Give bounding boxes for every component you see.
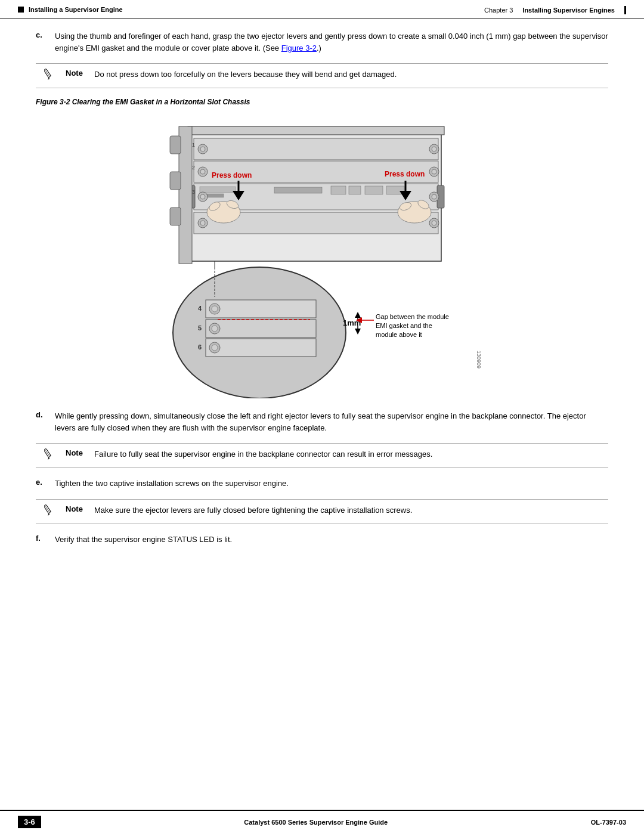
svg-marker-65 (355, 312, 361, 318)
step-d-text: While gently pressing down, simultaneous… (55, 410, 608, 433)
figure-svg: 1 2 (155, 112, 489, 398)
svg-point-55 (212, 326, 218, 332)
note-e: Note Make sure the ejector levers are fu… (36, 499, 608, 524)
svg-text:3: 3 (192, 189, 195, 195)
footer-center: Catalyst 6500 Series Supervisor Engine G… (244, 819, 388, 826)
step-f: f. Verify that the supervisor engine STA… (36, 534, 608, 546)
footer-center-text: Catalyst 6500 Series Supervisor Engine G… (244, 819, 388, 826)
svg-rect-53 (206, 320, 316, 337)
footer-right-text: OL-7397-03 (591, 819, 626, 826)
press-down-left-label: Press down (212, 171, 252, 179)
svg-text:EMI gasket and the: EMI gasket and the (376, 322, 432, 329)
note-e-label: Note (66, 504, 88, 513)
note-d-icon-area (36, 448, 60, 463)
chapter-label: Chapter 3 (484, 7, 513, 14)
pencil-icon (41, 69, 55, 83)
svg-rect-1 (188, 126, 444, 135)
svg-text:module above it: module above it (376, 331, 422, 338)
svg-rect-37 (170, 208, 181, 225)
svg-text:5: 5 (198, 324, 202, 332)
svg-text:6: 6 (198, 343, 202, 351)
svg-rect-15 (200, 187, 236, 193)
figure-caption-text: Figure 3-2 Clearing the EMI Gasket in a … (36, 98, 250, 106)
svg-point-60 (212, 345, 218, 351)
pencil-icon-e (41, 504, 55, 519)
svg-point-25 (200, 194, 205, 199)
header-right: Chapter 3 Installing Supervisor Engines (484, 6, 626, 14)
svg-text:4: 4 (198, 305, 202, 312)
step-e: e. Tighten the two captive installation … (36, 478, 608, 490)
pencil-icon-d (41, 448, 55, 463)
step-c-text-before: Using the thumb and forefinger of each h… (55, 32, 608, 52)
svg-text:130909: 130909 (476, 351, 482, 368)
note-c-icon-area (36, 69, 60, 83)
page-footer: 3-6 Catalyst 6500 Series Supervisor Engi… (0, 810, 644, 833)
note-d-label: Note (66, 448, 88, 457)
main-content: c. Using the thumb and forefinger of eac… (0, 18, 644, 566)
svg-marker-67 (355, 329, 361, 335)
svg-text:1: 1 (192, 142, 195, 148)
step-d: d. While gently pressing down, simultane… (36, 410, 608, 433)
svg-point-12 (432, 169, 436, 174)
figure-container: 1 2 (36, 112, 608, 398)
step-f-text: Verify that the supervisor engine STATUS… (55, 534, 608, 546)
svg-rect-58 (206, 339, 316, 357)
svg-point-31 (200, 221, 205, 225)
figure-illustration: 1 2 (155, 112, 489, 398)
svg-rect-2 (194, 138, 438, 160)
svg-rect-19 (349, 186, 361, 194)
svg-rect-35 (170, 136, 181, 154)
note-c: Note Do not press down too forcefully on… (36, 63, 608, 88)
note-d: Note Failure to fully seat the superviso… (36, 443, 608, 468)
header-section-title: Installing a Supervisor Engine (29, 6, 123, 13)
step-f-letter: f. (36, 534, 48, 543)
svg-point-33 (432, 221, 436, 225)
step-c: c. Using the thumb and forefinger of eac… (36, 30, 608, 54)
svg-rect-18 (331, 186, 346, 194)
header-chapter: Chapter 3 Installing Supervisor Engines (484, 6, 626, 14)
svg-point-27 (432, 194, 436, 199)
footer-left: 3-6 (18, 816, 41, 828)
note-e-text: Make sure the ejector levers are fully c… (94, 504, 608, 516)
svg-rect-17 (274, 187, 322, 193)
step-c-text: Using the thumb and forefinger of each h… (55, 30, 608, 54)
svg-rect-49 (206, 300, 316, 318)
step-c-text-after: .) (317, 44, 321, 52)
note-e-icon-area (36, 504, 60, 519)
page-number: 3-6 (18, 816, 41, 828)
svg-rect-20 (365, 186, 383, 194)
svg-point-6 (432, 147, 436, 151)
note-d-text: Failure to fully seat the supervisor eng… (94, 448, 608, 460)
svg-point-51 (212, 306, 218, 312)
note-c-label: Note (66, 69, 88, 78)
page-header: Installing a Supervisor Engine Chapter 3… (0, 0, 644, 18)
step-d-letter: d. (36, 410, 48, 419)
svg-text:2: 2 (192, 165, 195, 171)
svg-rect-36 (170, 172, 181, 190)
header-left: Installing a Supervisor Engine (18, 6, 123, 13)
svg-text:Gap between the module: Gap between the module (376, 313, 449, 320)
figure-caption: Figure 3-2 Clearing the EMI Gasket in a … (36, 98, 608, 106)
step-e-text: Tighten the two captive installation scr… (55, 478, 608, 490)
step-e-letter: e. (36, 478, 48, 487)
press-down-right-label: Press down (385, 170, 425, 178)
svg-point-4 (200, 147, 205, 151)
header-square-icon (18, 7, 24, 13)
svg-point-10 (200, 169, 205, 174)
note-c-text: Do not press down too forcefully on the … (94, 69, 608, 80)
header-divider (624, 6, 626, 14)
footer-right: OL-7397-03 (591, 819, 626, 826)
chapter-title: Installing Supervisor Engines (522, 7, 615, 14)
step-c-letter: c. (36, 30, 48, 39)
figure-3-2-link[interactable]: Figure 3-2 (281, 44, 317, 52)
